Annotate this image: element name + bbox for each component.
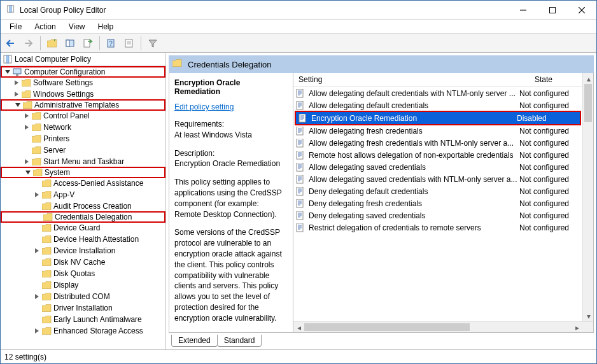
policy-icon <box>296 127 306 136</box>
tree-printers[interactable]: Printers <box>1 133 165 144</box>
show-hide-button[interactable] <box>62 36 78 51</box>
row-label: Allow delegating default credentials <box>309 101 519 110</box>
folder-icon <box>41 202 52 211</box>
menu-view[interactable]: View <box>64 21 90 32</box>
tree-credentials-delegation[interactable]: Credentials Delegation <box>1 211 165 223</box>
tree-disk-quotas[interactable]: Disk Quotas <box>1 268 165 279</box>
tree-appv[interactable]: App-V <box>1 189 165 200</box>
menu-help[interactable]: Help <box>93 21 119 32</box>
list-row[interactable]: Allow delegating saved credentials with … <box>293 173 582 185</box>
folder-icon <box>41 304 52 312</box>
list-row[interactable]: Deny delegating saved credentialsNot con… <box>293 209 582 221</box>
tree-system[interactable]: System <box>1 167 165 178</box>
row-state: Not configured <box>519 211 580 220</box>
list-row[interactable]: Encryption Oracle RemediationDisabled <box>296 112 580 124</box>
up-button[interactable] <box>45 36 60 51</box>
tree-device-installation[interactable]: Device Installation <box>1 245 165 256</box>
tree-disk-nv[interactable]: Disk NV Cache <box>1 256 165 268</box>
settings-list: Setting State Allow delegating default c… <box>293 73 594 333</box>
row-label: Allow delegating saved credentials with … <box>309 175 519 184</box>
tree-network[interactable]: Network <box>1 122 165 133</box>
folder-icon <box>41 190 52 199</box>
scroll-left-icon[interactable]: ◂ <box>293 322 304 333</box>
list-row[interactable]: Deny delegating fresh credentialsNot con… <box>293 197 582 209</box>
tree-computer-configuration[interactable]: Computer Configuration <box>1 66 165 78</box>
list-row[interactable]: Restrict delegation of credentials to re… <box>293 221 582 234</box>
status-text: 12 setting(s) <box>4 353 46 361</box>
vertical-scrollbar[interactable]: ▴ ▾ <box>582 73 593 321</box>
policy-icon <box>296 151 306 160</box>
horizontal-scrollbar[interactable]: ◂ ▸ <box>293 321 593 332</box>
policy-icon <box>296 101 306 110</box>
tree-server[interactable]: Server <box>1 144 165 156</box>
maximize-button[interactable] <box>538 1 567 19</box>
close-button[interactable] <box>567 1 596 19</box>
tree-windows-settings[interactable]: Windows Settings <box>1 88 165 100</box>
tree-early-launch[interactable]: Early Launch Antimalware <box>1 314 165 325</box>
tree-distributed-com[interactable]: Distributed COM <box>1 291 165 302</box>
row-state: Not configured <box>519 163 580 172</box>
help-button[interactable]: ? <box>104 36 119 51</box>
list-row[interactable]: Allow delegating saved credentialsNot co… <box>293 161 582 173</box>
tree-audit[interactable]: Audit Process Creation <box>1 200 165 212</box>
row-label: Remote host allows delegation of non-exp… <box>309 151 519 160</box>
svg-rect-8 <box>84 39 90 47</box>
row-state: Not configured <box>519 151 580 160</box>
minimize-button[interactable] <box>509 1 538 19</box>
folder-icon <box>31 146 41 155</box>
list-row[interactable]: Allow delegating default credentialsNot … <box>293 99 582 111</box>
folder-icon <box>31 157 41 166</box>
policy-title: Encryption Oracle Remediation <box>174 77 288 102</box>
policy-icon <box>296 187 306 196</box>
scroll-down-icon[interactable]: ▾ <box>583 311 594 321</box>
row-label: Deny delegating fresh credentials <box>309 199 519 208</box>
tree-display[interactable]: Display <box>1 279 165 291</box>
list-row[interactable]: Deny delegating default credentialsNot c… <box>293 185 582 197</box>
filter-button[interactable] <box>145 36 160 51</box>
list-row[interactable]: Remote host allows delegation of non-exp… <box>293 149 582 161</box>
tree-device-health[interactable]: Device Health Attestation <box>1 234 165 245</box>
export-button[interactable] <box>80 36 95 51</box>
tab-extended[interactable]: Extended <box>171 335 218 347</box>
row-state: Not configured <box>519 187 580 196</box>
list-row[interactable]: Allow delegating default credentials wit… <box>293 87 582 99</box>
svg-rect-7 <box>66 40 69 46</box>
content-header-label: Credentials Delegation <box>188 60 272 69</box>
row-label: Restrict delegation of credentials to re… <box>309 223 519 232</box>
row-state: Not configured <box>519 139 580 148</box>
scroll-up-icon[interactable]: ▴ <box>583 73 594 84</box>
tree-device-guard[interactable]: Device Guard <box>1 222 165 234</box>
tree-start-menu[interactable]: Start Menu and Taskbar <box>1 156 165 167</box>
titlebar[interactable]: Local Group Policy Editor <box>1 1 596 20</box>
folder-icon <box>41 326 52 335</box>
tree-control-panel[interactable]: Control Panel <box>1 110 165 122</box>
extended-pane: Encryption Oracle Remediation Edit polic… <box>169 73 293 333</box>
requirements-label: Requirements: <box>174 119 288 130</box>
tree-access-denied[interactable]: Access-Denied Assistance <box>1 178 165 189</box>
folder-icon <box>31 134 41 143</box>
tree-enhanced-storage[interactable]: Enhanced Storage Access <box>1 325 165 337</box>
edit-policy-link[interactable]: Edit policy setting <box>174 102 288 119</box>
description-label: Description: <box>174 148 288 159</box>
statusbar: 12 setting(s) <box>1 349 596 363</box>
tree-administrative-templates[interactable]: Administrative Templates <box>1 99 165 111</box>
tree-software-settings[interactable]: Software Settings <box>1 77 165 88</box>
row-state: Not configured <box>519 101 580 110</box>
policy-icon <box>296 89 306 98</box>
tree-driver-installation[interactable]: Driver Installation <box>1 302 165 314</box>
folder-icon <box>41 223 52 232</box>
tab-standard[interactable]: Standard <box>217 335 262 347</box>
column-setting[interactable]: Setting <box>293 73 530 87</box>
tree-root[interactable]: Local Computer Policy <box>15 55 91 64</box>
back-button[interactable] <box>3 36 18 51</box>
menu-file[interactable]: File <box>4 21 27 32</box>
list-row[interactable]: Allow delegating fresh credentialsNot co… <box>293 125 582 137</box>
list-row[interactable]: Allow delegating fresh credentials with … <box>293 137 582 149</box>
scroll-right-icon[interactable]: ▸ <box>572 322 582 333</box>
pc-icon <box>12 67 22 76</box>
folder-icon <box>41 269 52 278</box>
window-title: Local Group Policy Editor <box>20 6 509 15</box>
properties-button[interactable] <box>122 36 137 51</box>
forward-button[interactable] <box>21 36 36 51</box>
menu-action[interactable]: Action <box>29 21 60 32</box>
